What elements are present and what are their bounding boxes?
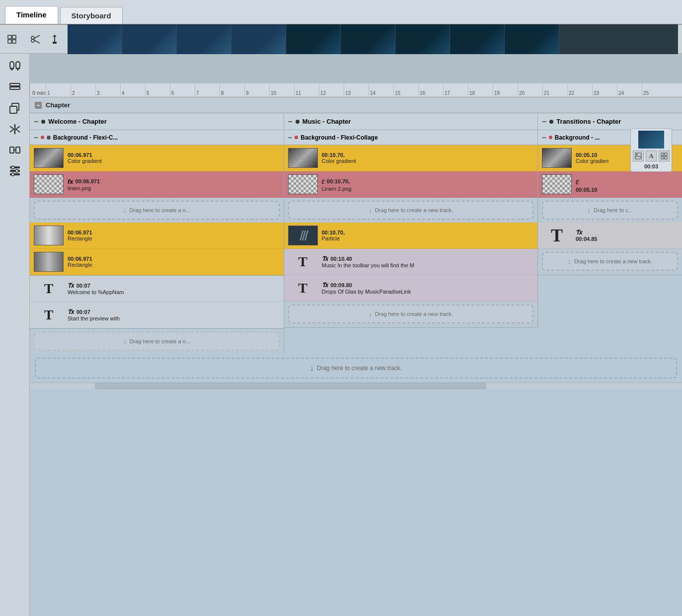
svg-rect-35 — [635, 153, 641, 159]
clip-welcome-text1[interactable]: T Ƭx 00:07 Welcome to %AppNam — [30, 276, 284, 302]
floating-text-icon[interactable]: A — [646, 151, 657, 161]
ruler-mark-18: 18 — [468, 83, 493, 96]
col-music-collapse[interactable]: − — [288, 117, 293, 126]
svg-rect-40 — [665, 156, 667, 159]
drag-zone-welcome-col[interactable]: ↓ Drag here to create a n... — [34, 332, 280, 351]
bottom-drag-zone[interactable]: ↓ Drag here to create a new track. — [35, 358, 677, 379]
chapter-header: − Chapter — [30, 97, 682, 113]
col-welcome-dot — [41, 120, 45, 124]
bottom-drag-arrow: ↓ — [310, 364, 314, 373]
filmstrip-frame-7 — [395, 24, 450, 54]
floating-clip-icons: A — [633, 151, 670, 161]
clip-music-text2[interactable]: T Ƭx 00:09.80 Drops Of Glas by MusicPara… — [284, 275, 538, 302]
floating-grid-icon[interactable] — [659, 151, 670, 161]
clip-trans-checker-time: 00:05.10 — [576, 187, 678, 193]
svg-line-6 — [34, 35, 40, 39]
clip-welcome-gradient-info: 00:06.971 Color gradient — [68, 152, 280, 164]
drag-zone-music-2[interactable]: ↓ Drag here to create a new track. — [288, 305, 534, 323]
clip-welcome-linien-name: linien.png — [68, 185, 280, 191]
clip-music-particle[interactable]: /// 00:10.70, Particle — [284, 223, 538, 249]
clip-music-text2-time: 00:09.80 — [330, 282, 352, 288]
filmstrip-frame-3 — [177, 24, 231, 54]
track-welcome-bg-dot2 — [47, 136, 51, 140]
col-welcome-collapse[interactable]: − — [34, 117, 38, 126]
split-icon[interactable] — [6, 120, 24, 138]
settings-icon[interactable] — [6, 162, 24, 180]
marker-icon[interactable] — [47, 31, 63, 47]
ruler: 0 min 1 2 3 4 5 6 7 8 9 10 11 12 13 14 1… — [30, 83, 682, 97]
svg-rect-1 — [12, 35, 16, 39]
ruler-mark-1: 1 — [46, 83, 71, 96]
clip-text1-fx: Ƭx — [68, 282, 75, 289]
copy-icon[interactable] — [6, 99, 24, 117]
drag-zone-trans-2[interactable]: ↓ Drag here to create a new track. — [542, 252, 678, 271]
scissors-icon[interactable] — [28, 31, 44, 47]
clip-trans-text-T: T — [542, 226, 572, 245]
clip-music-particle-info: 00:10.70, Particle — [322, 230, 534, 241]
svg-rect-27 — [16, 147, 20, 153]
layers-icon[interactable] — [6, 78, 24, 96]
clip-welcome-linien-info: fx 00:06.971 linien.png — [68, 178, 280, 191]
svg-rect-39 — [661, 156, 664, 159]
clip-trans-s-icon: ε — [576, 176, 579, 187]
clip-thumb-trans-gradient — [542, 148, 572, 168]
h-scrollbar[interactable] — [30, 383, 682, 389]
clip-transitions-text[interactable]: T Ƭx 00:04.85 — [538, 223, 682, 249]
drag-zone-trans-1-arrow: ↓ — [587, 206, 591, 214]
floating-clip-panel: A 00:03 — [630, 128, 672, 172]
svg-point-33 — [15, 169, 18, 172]
left-sidebar — [0, 54, 30, 616]
svg-rect-11 — [10, 62, 14, 69]
clip-thumb-linien — [34, 174, 64, 194]
clip-music-linien-time: 00:10.70, — [327, 178, 350, 184]
svg-line-24 — [16, 126, 20, 129]
clip-music-text1[interactable]: T Ƭx 00:10.40 Music In the toolbar you w… — [284, 249, 538, 275]
tab-storyboard[interactable]: Storyboard — [60, 7, 123, 24]
ruler-mark-5: 5 — [145, 83, 170, 96]
clip-welcome-text1-name: Welcome to %AppNam — [68, 289, 280, 295]
filmstrip-frame-5 — [286, 24, 341, 54]
clip-welcome-text2-info: Ƭx 00:07 Start the preview with — [68, 308, 280, 321]
drag-zone-welcome-bg[interactable]: ↓ Drag here to create a n... — [34, 201, 280, 220]
clip-music-linien[interactable]: ε 00:10.70, Linien 2.png — [284, 171, 538, 198]
track-transitions-bg-collapse[interactable]: − — [542, 133, 546, 142]
select-icon[interactable] — [4, 31, 20, 47]
clip-welcome-rect2[interactable]: 00:06.971 Rectangle — [30, 249, 284, 275]
tab-timeline[interactable]: Timeline — [5, 6, 58, 24]
clip-welcome-rect1[interactable]: 00:06.971 Rectangle — [30, 223, 284, 249]
col-transitions-collapse[interactable]: − — [542, 117, 546, 126]
clip-welcome-text2-name: Start the preview with — [68, 315, 280, 321]
svg-point-32 — [11, 166, 14, 169]
svg-rect-18 — [10, 87, 20, 89]
clip-music-gradient-time: 00:10.70, — [322, 152, 534, 158]
track-welcome-bg-collapse[interactable]: − — [34, 133, 38, 142]
magnetic-icon[interactable] — [6, 58, 24, 76]
chapter-collapse-button[interactable]: − — [35, 102, 42, 109]
group-icon[interactable] — [6, 141, 24, 159]
clip-welcome-linien[interactable]: fx 00:06.971 linien.png — [30, 171, 284, 198]
ruler-mark-2: 2 — [71, 83, 95, 96]
drag-zone-music-1-label: Drag here to create a new track. — [375, 207, 453, 213]
drag-zone-music-2-arrow: ↓ — [369, 310, 372, 318]
clip-music-gradient[interactable]: 00:10.70, Color gradient — [284, 145, 538, 171]
clip-music-text1-info: Ƭx 00:10.40 Music In the toolbar you wil… — [322, 255, 534, 268]
clip-welcome-rect2-name: Rectangle — [68, 262, 280, 268]
col-welcome-header: − Welcome - Chapter — [30, 113, 284, 130]
floating-image-icon[interactable] — [633, 151, 644, 161]
drag-zone-music-1[interactable]: ↓ Drag here to create a new track. — [288, 201, 534, 220]
bottom-drag-label: Drag here to create a new track. — [317, 365, 402, 372]
track-music-bg-header: − Background - Flexi-Collage — [284, 130, 538, 145]
column-transitions: A 00:03 − Transitions - Chapter − Backgr… — [538, 113, 682, 275]
track-music-bg-collapse[interactable]: − — [288, 133, 293, 142]
drag-zone-trans-1[interactable]: ↓ Drag here to c... — [542, 201, 678, 220]
clip-transitions-checker[interactable]: ε 00:05.10 — [538, 171, 682, 198]
svg-point-36 — [636, 154, 638, 155]
clip-welcome-gradient-name: Color gradient — [68, 158, 280, 164]
clip-welcome-rect2-info: 00:06.971 Rectangle — [68, 256, 280, 268]
ruler-mark-10: 10 — [269, 83, 294, 96]
column-music: − Music - Chapter − Background - Flexi-C… — [284, 113, 538, 328]
clip-welcome-text2[interactable]: T Ƭx 00:07 Start the preview with — [30, 302, 284, 328]
clip-welcome-gradient[interactable]: 00:06.971 Color gradient — [30, 145, 284, 171]
clip-music-text1-time: 00:10.40 — [330, 256, 352, 262]
ruler-mark-8: 8 — [220, 83, 244, 96]
